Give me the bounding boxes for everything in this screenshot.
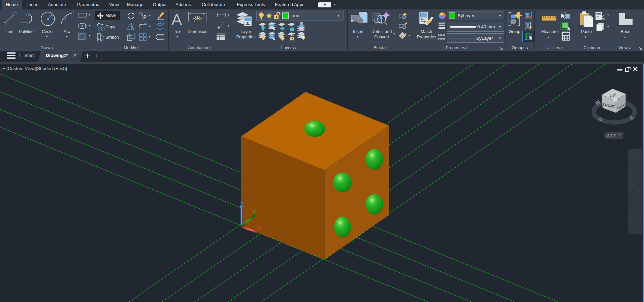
svg-text:WCS: WCS xyxy=(607,134,616,138)
svg-text:Y: Y xyxy=(252,209,256,216)
